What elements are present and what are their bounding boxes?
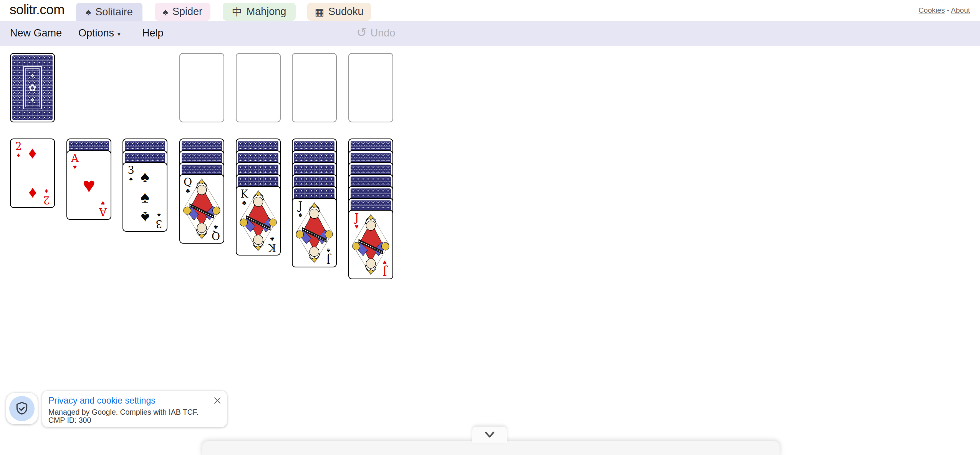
undo-label: Undo	[371, 27, 396, 39]
spade-icon: ♠	[86, 7, 91, 17]
foundation-slot-3[interactable]	[292, 53, 337, 122]
shield-check-icon	[15, 401, 29, 416]
card-back-pattern: ❖✿❖	[12, 55, 53, 120]
tableau-3-faceup-card[interactable]: 3♠3♠♠♠♠	[122, 162, 167, 232]
spades-icon: ♠	[129, 176, 132, 182]
hearts-icon: ♥	[83, 175, 95, 196]
link-separator: -	[945, 6, 951, 14]
privacy-toast-line1: Managed by Google. Complies with IAB TCF…	[48, 408, 221, 416]
card-rank: 3	[127, 165, 134, 175]
tab-solitaire-label: Solitaire	[95, 6, 133, 18]
options-label: Options	[78, 27, 114, 39]
hearts-icon: ♥	[101, 200, 105, 206]
solitr-app: solitr.com ♠ Solitaire ♠ Spider 中 Mahjon…	[0, 0, 980, 455]
spades-icon: ♠	[157, 212, 161, 218]
undo-icon: ↺	[356, 26, 367, 39]
diamonds-icon: ♦	[45, 188, 48, 195]
card-index: 2♦	[41, 188, 52, 205]
help-button[interactable]: Help	[142, 21, 164, 46]
diamonds-icon: ♦	[28, 145, 37, 161]
foundation-slot-1[interactable]	[179, 53, 224, 122]
close-icon	[213, 396, 222, 405]
privacy-toast-body: Managed by Google. Complies with IAB TCF…	[48, 408, 221, 424]
tableau-2-faceup-card[interactable]: A♥A♥♥	[66, 150, 111, 220]
site-logo: solitr.com	[10, 2, 65, 17]
consent-sheet	[202, 441, 780, 455]
undo-button[interactable]: ↺ Undo	[356, 21, 395, 46]
tab-sudoku[interactable]: ▦ Sudoku	[307, 3, 371, 21]
card-rank: 3	[156, 219, 162, 229]
tab-solitaire[interactable]: ♠ Solitaire	[76, 3, 142, 21]
tableau-5-faceup-card[interactable]: K♣K♣	[236, 186, 281, 256]
chevron-down-icon	[483, 430, 496, 439]
medallion-accent: ❖	[30, 97, 35, 102]
card-index: 3♠	[154, 212, 164, 229]
mahjong-icon: 中	[232, 7, 242, 17]
card-back-medallion: ❖✿❖	[23, 66, 42, 109]
cookies-link[interactable]: Cookies	[919, 6, 945, 14]
medallion-flower: ✿	[28, 83, 37, 93]
privacy-toast: Privacy and cookie settings Managed by G…	[42, 391, 227, 427]
diamonds-icon: ♦	[17, 152, 20, 158]
about-link[interactable]: About	[951, 6, 970, 14]
spades-icon: ♠	[141, 189, 149, 205]
hearts-icon: ♥	[73, 164, 77, 170]
tableau-1-faceup-card[interactable]: 2♦2♦♦♦	[10, 138, 55, 208]
privacy-shield-button[interactable]	[6, 393, 38, 424]
tab-spider[interactable]: ♠ Spider	[155, 3, 210, 21]
header-links: Cookies - About	[919, 6, 970, 15]
menu-bar: New Game Options ▾ Help ↺ Undo	[0, 21, 980, 46]
options-menu-button[interactable]: Options ▾	[78, 21, 121, 46]
help-label: Help	[142, 27, 164, 39]
medallion-accent: ❖	[30, 73, 35, 78]
tab-spider-label: Spider	[172, 6, 202, 18]
card-index: A♥	[98, 200, 108, 217]
caret-down-icon: ▾	[118, 31, 121, 38]
card-index: 3♠	[126, 165, 136, 182]
tableau-4-faceup-card[interactable]: Q♣Q♣	[179, 174, 224, 244]
shield-circle	[9, 396, 35, 421]
privacy-toast-title[interactable]: Privacy and cookie settings	[48, 396, 221, 406]
tableau-6-faceup-card[interactable]: J♠J♠	[292, 198, 337, 267]
spades-icon: ♠	[141, 168, 149, 185]
privacy-toast-line2: CMP ID: 300	[48, 416, 221, 424]
diamonds-icon: ♦	[28, 185, 37, 202]
foundation-slot-2[interactable]	[236, 53, 281, 122]
tab-mahjong[interactable]: 中 Mahjong	[223, 3, 296, 21]
new-game-button[interactable]: New Game	[10, 21, 62, 46]
card-index: 2♦	[13, 141, 24, 158]
tab-mahjong-label: Mahjong	[247, 6, 286, 18]
foundation-slot-4[interactable]	[348, 53, 393, 122]
tableau-7-faceup-card[interactable]: J♥J♥	[348, 210, 393, 279]
card-rank: 2	[15, 141, 22, 152]
stock-pile[interactable]: ❖✿❖	[10, 53, 55, 122]
card-rank: A	[71, 153, 79, 163]
card-index: A♥	[70, 153, 80, 170]
sheet-collapse-button[interactable]	[472, 427, 507, 443]
spade-icon: ♠	[163, 7, 168, 17]
tab-sudoku-label: Sudoku	[328, 6, 364, 18]
card-rank: A	[99, 207, 107, 217]
new-game-label: New Game	[10, 27, 62, 39]
privacy-toast-close-button[interactable]	[212, 396, 222, 406]
card-rank: 2	[43, 195, 50, 205]
sudoku-grid-icon: ▦	[315, 7, 324, 17]
spades-icon: ♠	[141, 209, 149, 226]
